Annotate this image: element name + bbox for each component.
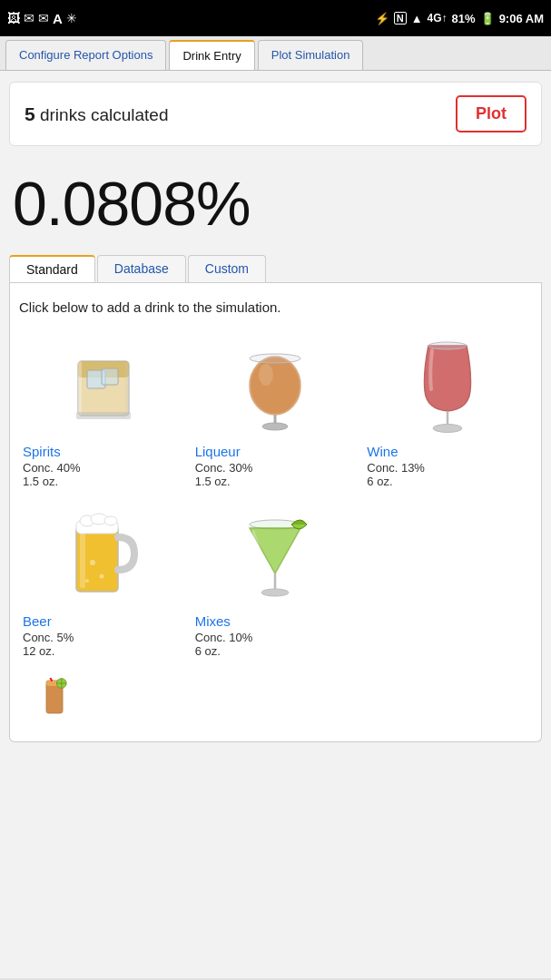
sub-tab-database[interactable]: Database xyxy=(97,255,186,282)
wine-conc: Conc. 13% xyxy=(367,461,425,475)
tab-configure[interactable]: Configure Report Options xyxy=(5,40,166,70)
partial-drink-row xyxy=(19,672,532,727)
bac-value: 0.0808% xyxy=(9,159,542,255)
spirits-conc: Conc. 40% xyxy=(23,461,81,475)
wine-image xyxy=(367,338,528,438)
asterisk-icon: ✳ xyxy=(66,11,77,25)
svg-point-22 xyxy=(99,574,103,579)
wine-oz: 6 oz. xyxy=(367,475,392,488)
beer-oz: 12 oz. xyxy=(23,644,54,658)
beer-image xyxy=(23,508,184,608)
svg-rect-5 xyxy=(125,361,129,416)
plot-button[interactable]: Plot xyxy=(456,95,526,132)
svg-point-23 xyxy=(85,579,89,583)
svg-point-20 xyxy=(104,516,117,525)
svg-rect-4 xyxy=(78,361,82,416)
summary-card: 5 drinks calculated Plot xyxy=(9,82,542,146)
wine-name: Wine xyxy=(367,444,398,459)
nfc-icon: N xyxy=(394,12,407,24)
mixes-image xyxy=(195,508,357,608)
drink-item-mixes[interactable]: Mixes Conc. 10% 6 oz. xyxy=(192,503,360,663)
mixes-name: Mixes xyxy=(195,613,231,629)
spirits-oz: 1.5 oz. xyxy=(23,475,58,488)
email2-icon: ✉ xyxy=(38,11,49,25)
drink-item-spirits[interactable]: Spirits Conc. 40% 1.5 oz. xyxy=(19,333,188,494)
svg-point-27 xyxy=(261,589,289,596)
battery-icon: 🔋 xyxy=(480,12,495,25)
partial-drink-image xyxy=(23,678,86,716)
sub-tab-standard[interactable]: Standard xyxy=(9,255,95,282)
drink-item-liqueur[interactable]: Liqueur Conc. 30% 1.5 oz. xyxy=(192,333,360,494)
tab-plot-simulation[interactable]: Plot Simulation xyxy=(258,40,364,70)
spirits-name: Spirits xyxy=(23,444,61,459)
spirits-image xyxy=(23,338,184,438)
svg-point-21 xyxy=(90,560,95,565)
svg-point-13 xyxy=(428,342,467,349)
drink-grid-row2: Beer Conc. 5% 12 oz. xyxy=(19,503,532,663)
sub-tab-custom[interactable]: Custom xyxy=(188,255,266,282)
svg-point-11 xyxy=(262,423,288,430)
main-tabs: Configure Report Options Drink Entry Plo… xyxy=(0,36,551,71)
drinks-count: 5 xyxy=(25,103,35,124)
status-icons-left: 🖼 ✉ ✉ A ✳ xyxy=(7,11,77,26)
summary-text: 5 drinks calculated xyxy=(25,103,169,125)
svg-line-30 xyxy=(46,678,52,681)
svg-point-15 xyxy=(433,424,462,432)
drink-grid-row1: Spirits Conc. 40% 1.5 oz. xyxy=(19,333,532,494)
svg-point-9 xyxy=(259,364,273,386)
liqueur-name: Liqueur xyxy=(195,444,241,459)
alpha-icon: A xyxy=(53,11,63,26)
signal-icon: 4G↑ xyxy=(428,12,448,24)
wifi-icon: ▲ xyxy=(411,12,423,25)
beer-name: Beer xyxy=(23,613,52,629)
drink-item-partial[interactable] xyxy=(19,672,90,727)
email-icon: ✉ xyxy=(24,11,34,25)
time-display: 9:06 AM xyxy=(499,12,544,25)
mixes-oz: 6 oz. xyxy=(195,644,221,658)
drink-panel: Click below to add a drink to the simula… xyxy=(9,283,542,742)
status-bar: 🖼 ✉ ✉ A ✳ ⚡ N ▲ 4G↑ 81% 🔋 9:06 AM xyxy=(0,0,551,36)
beer-conc: Conc. 5% xyxy=(23,631,74,644)
drink-item-beer[interactable]: Beer Conc. 5% 12 oz. xyxy=(19,503,188,663)
mixes-conc: Conc. 10% xyxy=(195,631,253,644)
svg-rect-6 xyxy=(76,412,131,419)
tab-drink-entry[interactable]: Drink Entry xyxy=(169,40,254,70)
liqueur-conc: Conc. 30% xyxy=(195,461,253,475)
photo-icon: 🖼 xyxy=(7,11,20,25)
main-content: 5 drinks calculated Plot 0.0808% Standar… xyxy=(0,71,551,978)
status-icons-right: ⚡ N ▲ 4G↑ 81% 🔋 9:06 AM xyxy=(375,12,544,25)
battery-text: 81% xyxy=(452,12,476,25)
svg-rect-24 xyxy=(80,528,85,588)
drinks-label: drinks calculated xyxy=(40,105,169,124)
svg-point-12 xyxy=(250,354,300,363)
sub-tabs: Standard Database Custom xyxy=(9,255,542,283)
svg-rect-3 xyxy=(102,368,118,385)
drink-instruction: Click below to add a drink to the simula… xyxy=(19,298,532,317)
liqueur-image xyxy=(195,338,357,438)
liqueur-oz: 1.5 oz. xyxy=(195,475,231,488)
bluetooth-icon: ⚡ xyxy=(375,12,389,25)
drink-item-wine[interactable]: Wine Conc. 13% 6 oz. xyxy=(363,333,532,494)
